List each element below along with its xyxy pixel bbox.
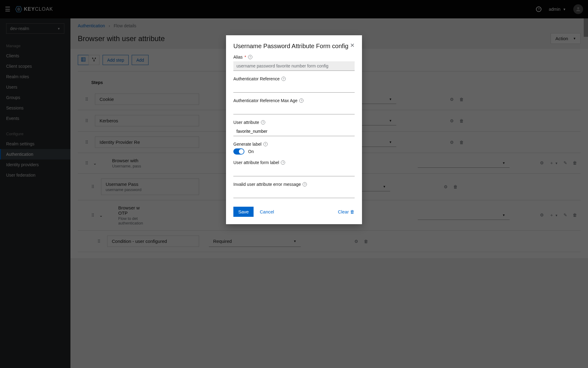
- help-icon[interactable]: ?: [261, 120, 265, 125]
- auth-ref-max-age-label: Authenticator Reference Max Age ?: [233, 98, 355, 103]
- form-label-label: User attribute form label ?: [233, 160, 355, 165]
- help-icon[interactable]: ?: [281, 77, 286, 81]
- switch-state-label: On: [248, 149, 254, 154]
- help-icon[interactable]: ?: [248, 55, 252, 59]
- auth-ref-label: Authenticator Reference ?: [233, 76, 355, 81]
- trash-icon: 🗑: [350, 209, 355, 214]
- form-label-input[interactable]: [233, 167, 355, 176]
- error-msg-label: Invalid user attribute error message ?: [233, 182, 355, 187]
- help-icon[interactable]: ?: [281, 160, 285, 165]
- help-icon[interactable]: ?: [303, 182, 307, 186]
- config-modal: Username Password Attribute Form config …: [226, 35, 362, 224]
- auth-ref-max-age-input[interactable]: [233, 105, 355, 114]
- user-attribute-label: User attribute ?: [233, 120, 355, 125]
- alias-label: Alias * ?: [233, 55, 355, 59]
- help-icon[interactable]: ?: [263, 142, 268, 146]
- auth-ref-input[interactable]: [233, 83, 355, 93]
- generate-label-label: Generate label ?: [233, 142, 355, 147]
- user-attribute-input[interactable]: [233, 127, 355, 136]
- generate-label-switch[interactable]: [233, 148, 244, 155]
- close-icon[interactable]: ✕: [350, 43, 355, 48]
- clear-button[interactable]: Clear 🗑: [338, 209, 355, 214]
- error-msg-input[interactable]: [233, 189, 355, 198]
- help-icon[interactable]: ?: [299, 98, 303, 103]
- cancel-button[interactable]: Cancel: [260, 209, 274, 214]
- save-button[interactable]: Save: [233, 207, 254, 217]
- alias-input[interactable]: [233, 61, 355, 71]
- modal-title: Username Password Attribute Form config: [233, 43, 349, 50]
